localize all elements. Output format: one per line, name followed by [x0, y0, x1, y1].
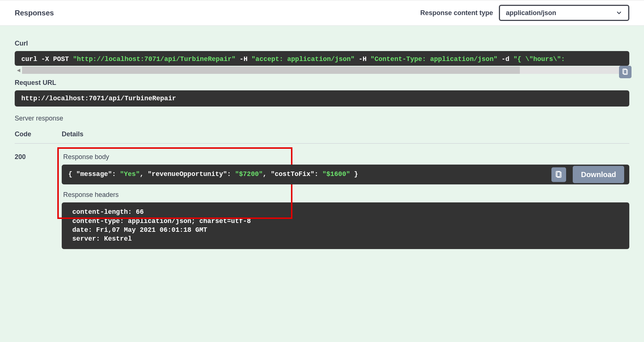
content-type-label: Response content type — [420, 9, 493, 17]
server-response-label: Server response — [15, 115, 629, 122]
download-button[interactable]: Download — [573, 166, 624, 183]
clipboard-icon — [555, 170, 563, 179]
scroll-thumb[interactable] — [22, 66, 520, 74]
response-headers-block[interactable]: content-length: 66 content-type: applica… — [62, 202, 629, 249]
scroll-track[interactable] — [22, 66, 622, 74]
copy-curl-button[interactable] — [619, 66, 632, 78]
response-details: Response body { "message": "Yes", "reven… — [62, 150, 629, 249]
response-body-label: Response body — [63, 153, 629, 161]
copy-response-button[interactable] — [551, 167, 566, 182]
response-row-200: 200 Response body { "message": "Yes", "r… — [15, 150, 629, 249]
content-type-select[interactable]: application/json — [499, 5, 629, 21]
column-details-header: Details — [62, 130, 83, 138]
response-headers-label: Response headers — [63, 191, 629, 199]
content-type-selector-wrap: Response content type application/json — [420, 5, 629, 21]
responses-title: Responses — [15, 9, 54, 17]
curl-label: Curl — [15, 40, 629, 47]
response-columns-header: Code Details — [15, 130, 629, 144]
response-body-actions: Download — [551, 166, 624, 183]
response-code: 200 — [15, 150, 62, 249]
request-url-block[interactable]: http://localhost:7071/api/TurbineRepair — [15, 90, 629, 107]
curl-horizontal-scrollbar[interactable]: ◀ ▶ — [15, 66, 629, 74]
clipboard-icon — [622, 68, 629, 76]
responses-header: Responses Response content type applicat… — [0, 0, 644, 26]
response-body-block[interactable]: { "message": "Yes", "revenueOpportunity"… — [62, 165, 629, 184]
column-code-header: Code — [15, 130, 62, 138]
scroll-left-button[interactable]: ◀ — [15, 66, 22, 74]
curl-command-block[interactable]: curl -X POST "http://localhost:7071/api/… — [15, 51, 629, 66]
chevron-down-icon — [616, 10, 622, 16]
request-url-label: Request URL — [15, 79, 629, 87]
content-type-value: application/json — [506, 9, 556, 17]
